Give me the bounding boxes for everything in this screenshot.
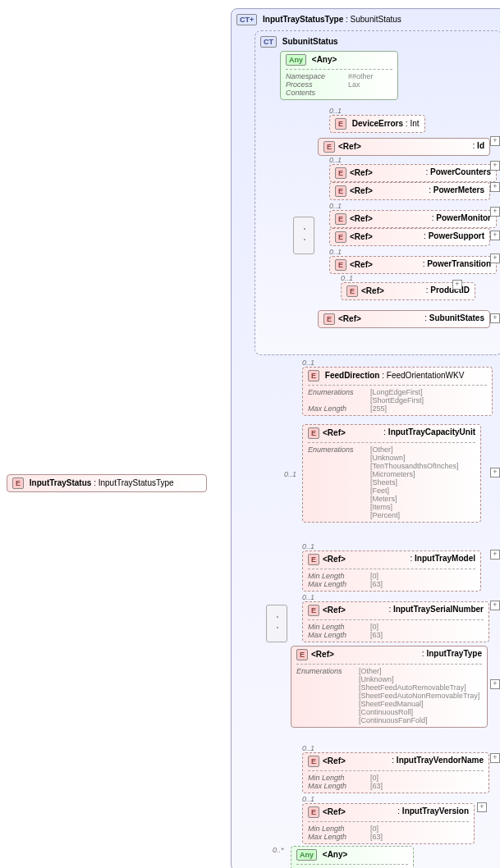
cardinality: 0..1	[329, 156, 497, 164]
any-wildcard: Any <Any> Namespace##other	[291, 846, 414, 868]
element-tag-icon: E	[308, 756, 319, 767]
choice-icon	[293, 217, 314, 254]
expand-icon[interactable]: +	[490, 161, 500, 171]
element-ref-powermonitor: E<Ref> : PowerMonitor	[329, 210, 497, 228]
expand-icon[interactable]: +	[477, 802, 487, 812]
element-ref-id: E<Ref> : Id	[318, 138, 490, 156]
ct-outer-label: InputTrayStatusType : SubunitStatus	[263, 15, 401, 24]
element-ref-inputtrayversion: E<Ref> : InputTrayVersion Min Length[0] …	[302, 803, 475, 844]
element-ref-inputtraycapacityunit: E<Ref> : InputTrayCapacityUnit Enumerati…	[302, 424, 481, 523]
any-tag-icon: Any	[296, 849, 317, 861]
meta-val: ##other	[348, 72, 392, 80]
element-feeddirection: E FeedDirection : FeedOrientationWKV Enu…	[302, 367, 493, 416]
complextype-tag-icon: CT	[260, 36, 277, 48]
element-tag-icon: E	[335, 231, 346, 243]
element-ref-inputtrayserialnumber: E<Ref> : InputTraySerialNumber Min Lengt…	[302, 601, 489, 642]
expand-icon[interactable]: +	[490, 136, 500, 146]
cardinality: 0..1	[302, 359, 493, 367]
ct-subunitstatus: CT SubunitStatus Any <Any> Namespace##ot…	[255, 30, 500, 355]
cardinality: 0..1	[329, 202, 497, 210]
element-tag-icon: E	[346, 286, 358, 297]
element-tag-icon: E	[335, 118, 346, 130]
element-tag-icon: E	[12, 477, 24, 489]
sequence-icon	[266, 605, 287, 642]
expand-icon[interactable]: +	[490, 313, 500, 323]
any-tag-icon: Any	[286, 54, 306, 66]
cardinality: 0..1	[329, 107, 425, 115]
cardinality: 0..1	[302, 593, 489, 601]
expand-icon[interactable]: +	[452, 280, 462, 290]
element-ref-inputtrayvendorname: E<Ref> : InputTrayVendorName Min Length[…	[302, 752, 489, 793]
element-ref-inputtraytype: E<Ref> : InputTrayType Enumerations [Oth…	[291, 646, 488, 728]
element-tag-icon: E	[296, 649, 308, 660]
meta-val: Lax	[348, 80, 392, 97]
any-wildcard: Any <Any> Namespace##other Process Conte…	[280, 51, 398, 100]
meta-key: Process Contents	[286, 80, 343, 97]
element-inputtraystatus: E InputTrayStatus : InputTrayStatusType	[7, 474, 207, 492]
element-tag-icon: E	[323, 313, 335, 325]
element-deviceerrors: E DeviceErrors : Int	[329, 115, 425, 133]
expand-icon[interactable]: +	[490, 207, 500, 217]
cardinality: 0..*	[273, 846, 284, 854]
meta-key: Namespace	[286, 72, 343, 80]
cardinality: 0..1	[302, 744, 489, 752]
expand-icon[interactable]: +	[490, 468, 500, 477]
element-tag-icon: E	[335, 167, 346, 179]
element-tag-icon: E	[335, 213, 346, 225]
element-tag-icon: E	[308, 427, 319, 439]
element-tag-icon: E	[308, 806, 319, 818]
element-ref-subunitstates: E<Ref> : SubunitStates	[318, 310, 490, 328]
element-tag-icon: E	[308, 554, 319, 565]
expand-icon[interactable]: +	[490, 679, 500, 689]
element-tag-icon: E	[308, 370, 319, 381]
element-tag-icon: E	[335, 185, 346, 197]
ct-inputtraystatustype: CT+ InputTrayStatusType : SubunitStatus …	[231, 8, 500, 868]
element-ref-powertransition: E<Ref> : PowerTransition	[329, 256, 497, 274]
expand-icon[interactable]: +	[490, 550, 500, 560]
root-label: InputTrayStatus : InputTrayStatusType	[30, 478, 174, 487]
expand-icon[interactable]: +	[490, 231, 500, 240]
expand-icon[interactable]: +	[490, 254, 500, 263]
element-tag-icon: E	[335, 259, 346, 271]
complextype-tag-icon: CT+	[236, 14, 257, 25]
element-tag-icon: E	[323, 141, 335, 153]
expand-icon[interactable]: +	[490, 753, 500, 763]
element-ref-powersupport: E<Ref> : PowerSupport	[329, 228, 490, 246]
cardinality: 0..1	[302, 542, 481, 550]
element-ref-inputtraymodel: E<Ref> : InputTrayModel Min Length[0] Ma…	[302, 550, 481, 592]
cardinality: 0..1	[284, 470, 296, 478]
ct-sub-label: SubunitStatus	[282, 37, 338, 46]
expand-icon[interactable]: +	[490, 182, 500, 192]
element-ref-powercounters: E<Ref> : PowerCounters	[329, 164, 497, 182]
element-ref-powermeters: E<Ref> : PowerMeters	[329, 182, 490, 200]
cardinality: 0..1	[329, 248, 497, 256]
any1-label: <Any>	[312, 55, 337, 64]
expand-icon[interactable]: +	[490, 601, 500, 610]
cardinality: 0..1	[302, 795, 475, 803]
element-tag-icon: E	[308, 605, 319, 616]
